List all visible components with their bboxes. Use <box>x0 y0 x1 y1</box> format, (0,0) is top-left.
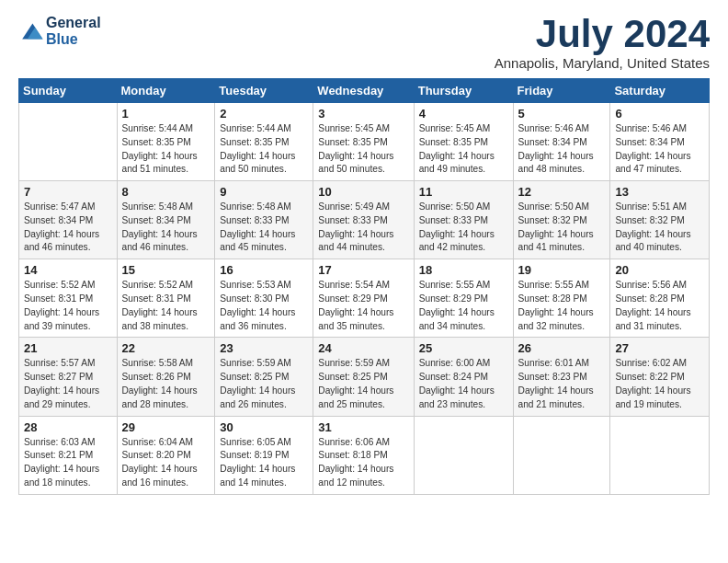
table-row: 11Sunrise: 5:50 AMSunset: 8:33 PMDayligh… <box>414 181 513 259</box>
day-number: 16 <box>220 263 308 277</box>
table-row: 2Sunrise: 5:44 AMSunset: 8:35 PMDaylight… <box>215 103 313 181</box>
calendar-week-3: 21Sunrise: 5:57 AMSunset: 8:27 PMDayligh… <box>19 338 710 416</box>
day-info: Sunrise: 6:04 AMSunset: 8:20 PMDaylight:… <box>122 436 210 490</box>
day-info: Sunrise: 5:49 AMSunset: 8:33 PMDaylight:… <box>318 201 408 255</box>
day-info: Sunrise: 5:51 AMSunset: 8:32 PMDaylight:… <box>615 201 704 255</box>
day-number: 27 <box>615 341 704 355</box>
day-info: Sunrise: 5:50 AMSunset: 8:32 PMDaylight:… <box>518 201 606 255</box>
day-number: 29 <box>122 420 210 434</box>
day-info: Sunrise: 6:03 AMSunset: 8:21 PMDaylight:… <box>24 436 112 490</box>
day-number: 12 <box>518 185 606 199</box>
day-info: Sunrise: 6:00 AMSunset: 8:24 PMDaylight:… <box>419 357 508 411</box>
day-info: Sunrise: 5:54 AMSunset: 8:29 PMDaylight:… <box>318 279 408 333</box>
col-thursday: Thursday <box>414 79 513 103</box>
logo-icon <box>18 18 44 44</box>
calendar-week-4: 28Sunrise: 6:03 AMSunset: 8:21 PMDayligh… <box>19 416 710 494</box>
day-number: 24 <box>318 341 408 355</box>
day-number: 21 <box>24 341 112 355</box>
day-number: 23 <box>220 341 308 355</box>
table-row: 31Sunrise: 6:06 AMSunset: 8:18 PMDayligh… <box>313 416 414 494</box>
day-number: 22 <box>122 341 210 355</box>
day-info: Sunrise: 5:45 AMSunset: 8:35 PMDaylight:… <box>318 122 408 177</box>
day-info: Sunrise: 5:56 AMSunset: 8:28 PMDaylight:… <box>615 279 704 333</box>
col-tuesday: Tuesday <box>215 79 313 103</box>
day-number: 5 <box>518 107 606 121</box>
day-info: Sunrise: 5:48 AMSunset: 8:34 PMDaylight:… <box>122 201 210 255</box>
table-row: 1Sunrise: 5:44 AMSunset: 8:35 PMDaylight… <box>117 103 215 181</box>
col-saturday: Saturday <box>610 79 710 103</box>
day-info: Sunrise: 6:02 AMSunset: 8:22 PMDaylight:… <box>615 357 704 411</box>
day-info: Sunrise: 5:52 AMSunset: 8:31 PMDaylight:… <box>24 279 112 333</box>
table-row: 22Sunrise: 5:58 AMSunset: 8:26 PMDayligh… <box>117 338 215 416</box>
table-row: 20Sunrise: 5:56 AMSunset: 8:28 PMDayligh… <box>610 259 710 338</box>
day-info: Sunrise: 5:55 AMSunset: 8:28 PMDaylight:… <box>518 279 606 333</box>
logo-blue: Blue <box>46 31 78 47</box>
day-number: 4 <box>419 107 508 121</box>
table-row: 27Sunrise: 6:02 AMSunset: 8:22 PMDayligh… <box>610 338 710 416</box>
table-row: 3Sunrise: 5:45 AMSunset: 8:35 PMDaylight… <box>313 103 414 181</box>
day-info: Sunrise: 5:48 AMSunset: 8:33 PMDaylight:… <box>220 201 308 255</box>
day-number: 2 <box>220 107 308 121</box>
day-number: 13 <box>615 185 704 199</box>
day-number: 3 <box>318 107 408 121</box>
day-info: Sunrise: 5:45 AMSunset: 8:35 PMDaylight:… <box>419 122 508 177</box>
col-monday: Monday <box>117 79 215 103</box>
col-wednesday: Wednesday <box>313 79 414 103</box>
day-number: 8 <box>122 185 210 199</box>
page: General Blue July 2024 Annapolis, Maryla… <box>0 0 728 504</box>
calendar-table: Sunday Monday Tuesday Wednesday Thursday… <box>18 78 710 495</box>
day-info: Sunrise: 5:50 AMSunset: 8:33 PMDaylight:… <box>419 201 508 255</box>
day-number: 9 <box>220 185 308 199</box>
table-row: 5Sunrise: 5:46 AMSunset: 8:34 PMDaylight… <box>513 103 610 181</box>
day-info: Sunrise: 6:05 AMSunset: 8:19 PMDaylight:… <box>220 436 308 490</box>
table-row: 6Sunrise: 5:46 AMSunset: 8:34 PMDaylight… <box>610 103 710 181</box>
day-info: Sunrise: 5:44 AMSunset: 8:35 PMDaylight:… <box>220 122 308 177</box>
table-row: 26Sunrise: 6:01 AMSunset: 8:23 PMDayligh… <box>513 338 610 416</box>
table-row: 14Sunrise: 5:52 AMSunset: 8:31 PMDayligh… <box>19 259 118 338</box>
day-number: 10 <box>318 185 408 199</box>
table-row <box>513 416 610 494</box>
day-number: 1 <box>122 107 210 121</box>
day-number: 20 <box>615 263 704 277</box>
day-info: Sunrise: 5:44 AMSunset: 8:35 PMDaylight:… <box>122 122 210 177</box>
day-info: Sunrise: 5:46 AMSunset: 8:34 PMDaylight:… <box>518 122 606 177</box>
calendar-week-2: 14Sunrise: 5:52 AMSunset: 8:31 PMDayligh… <box>19 259 710 338</box>
day-info: Sunrise: 5:59 AMSunset: 8:25 PMDaylight:… <box>220 357 308 411</box>
table-row: 19Sunrise: 5:55 AMSunset: 8:28 PMDayligh… <box>513 259 610 338</box>
day-info: Sunrise: 5:55 AMSunset: 8:29 PMDaylight:… <box>419 279 508 333</box>
table-row <box>610 416 710 494</box>
table-row: 24Sunrise: 5:59 AMSunset: 8:25 PMDayligh… <box>313 338 414 416</box>
day-number: 25 <box>419 341 508 355</box>
day-info: Sunrise: 6:06 AMSunset: 8:18 PMDaylight:… <box>318 436 408 490</box>
day-number: 17 <box>318 263 408 277</box>
calendar-header-row: Sunday Monday Tuesday Wednesday Thursday… <box>19 79 710 103</box>
day-info: Sunrise: 5:52 AMSunset: 8:31 PMDaylight:… <box>122 279 210 333</box>
day-number: 6 <box>615 107 704 121</box>
day-info: Sunrise: 5:59 AMSunset: 8:25 PMDaylight:… <box>318 357 408 411</box>
calendar-week-1: 7Sunrise: 5:47 AMSunset: 8:34 PMDaylight… <box>19 181 710 259</box>
table-row: 29Sunrise: 6:04 AMSunset: 8:20 PMDayligh… <box>117 416 215 494</box>
day-info: Sunrise: 5:46 AMSunset: 8:34 PMDaylight:… <box>615 122 704 177</box>
day-number: 14 <box>24 263 112 277</box>
day-number: 15 <box>122 263 210 277</box>
day-number: 26 <box>518 341 606 355</box>
day-number: 31 <box>318 420 408 434</box>
table-row: 28Sunrise: 6:03 AMSunset: 8:21 PMDayligh… <box>19 416 118 494</box>
table-row: 7Sunrise: 5:47 AMSunset: 8:34 PMDaylight… <box>19 181 118 259</box>
table-row: 12Sunrise: 5:50 AMSunset: 8:32 PMDayligh… <box>513 181 610 259</box>
logo: General Blue <box>18 15 101 49</box>
table-row: 16Sunrise: 5:53 AMSunset: 8:30 PMDayligh… <box>215 259 313 338</box>
col-sunday: Sunday <box>19 79 118 103</box>
calendar-week-0: 1Sunrise: 5:44 AMSunset: 8:35 PMDaylight… <box>19 103 710 181</box>
table-row: 25Sunrise: 6:00 AMSunset: 8:24 PMDayligh… <box>414 338 513 416</box>
day-info: Sunrise: 5:53 AMSunset: 8:30 PMDaylight:… <box>220 279 308 333</box>
day-number: 28 <box>24 420 112 434</box>
day-number: 19 <box>518 263 606 277</box>
day-number: 7 <box>24 185 112 199</box>
logo-text: General Blue <box>46 15 101 49</box>
table-row: 8Sunrise: 5:48 AMSunset: 8:34 PMDaylight… <box>117 181 215 259</box>
month-title: July 2024 <box>495 15 710 53</box>
table-row <box>19 103 118 181</box>
day-number: 18 <box>419 263 508 277</box>
table-row: 9Sunrise: 5:48 AMSunset: 8:33 PMDaylight… <box>215 181 313 259</box>
